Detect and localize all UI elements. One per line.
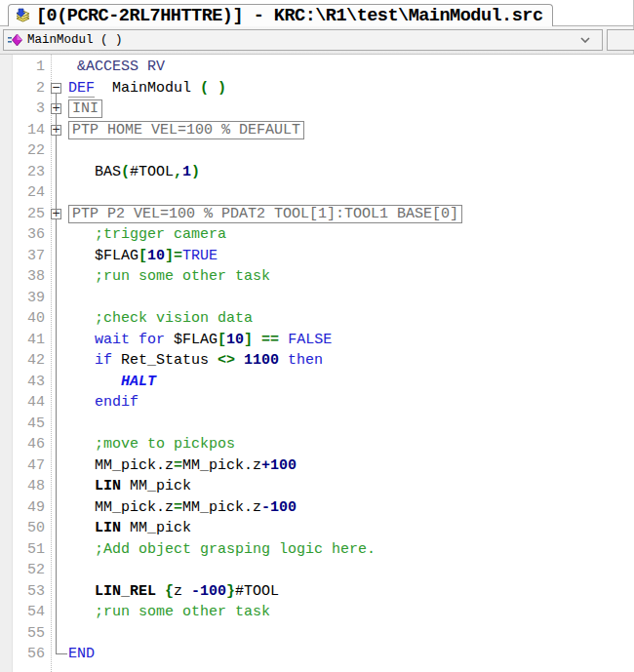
fold-margin-cell [50, 539, 68, 561]
code-line[interactable]: 22 [0, 140, 634, 162]
line-number: 22 [14, 140, 45, 162]
fold-margin-cell [50, 434, 68, 455]
code-text [68, 288, 634, 309]
line-number: 25 [14, 204, 45, 225]
code-line[interactable]: 51 ;Add object grasping logic here. [0, 539, 634, 561]
fold-margin-cell [50, 308, 68, 330]
code-text: MM_pick.z=MM_pick.z-100 [68, 497, 634, 519]
code-text [68, 414, 634, 435]
code-line[interactable]: 49 MM_pick.z=MM_pick.z-100 [0, 497, 634, 519]
line-number: 3 [14, 99, 45, 120]
code-text [68, 182, 634, 204]
code-line[interactable]: 54 ;run some other task [0, 602, 634, 623]
collapsed-fold-text[interactable]: PTP HOME VEL=100 % DEFAULT [68, 121, 304, 139]
code-line[interactable]: 43 HALT [0, 372, 634, 393]
fold-expand-icon[interactable]: + [51, 209, 61, 219]
fold-margin-cell [50, 455, 68, 477]
tab-strip: [0(PCRC-2RL7HHTTRE)] - KRC:\R1\test\Main… [0, 0, 634, 26]
code-text: HALT [68, 372, 634, 393]
procedure-dropdown[interactable]: MainModul ( ) [3, 29, 603, 51]
line-number: 23 [14, 162, 45, 183]
fold-margin-cell [50, 602, 68, 623]
file-tab[interactable]: [0(PCRC-2RL7HHTTRE)] - KRC:\R1\test\Main… [8, 4, 553, 26]
method-icon [8, 33, 22, 47]
code-line[interactable]: 45 [0, 414, 634, 435]
collapsed-fold-text[interactable]: PTP P2 VEL=100 % PDAT2 TOOL[1]:TOOL1 BAS… [68, 205, 462, 223]
line-number: 56 [14, 644, 45, 665]
code-text: ;Add object grasping logic here. [68, 539, 634, 561]
chevron-down-icon[interactable] [580, 37, 590, 43]
line-number: 39 [14, 288, 45, 309]
code-text: PTP HOME VEL=100 % DEFAULT [68, 120, 634, 141]
code-line[interactable]: 37 $FLAG[10]=TRUE [0, 246, 634, 267]
code-text: ;check vision data [68, 308, 634, 330]
fold-expand-icon[interactable]: + [51, 125, 61, 136]
code-line[interactable]: 23 BAS(#TOOL,1) [0, 162, 634, 183]
code-line[interactable]: 40 ;check vision data [0, 308, 634, 330]
code-text [68, 623, 634, 645]
code-text: DEF MainModul ( ) [68, 78, 634, 99]
code-text: &ACCESS RV [68, 57, 634, 78]
line-number: 40 [14, 308, 45, 330]
line-number: 46 [14, 434, 45, 455]
line-number: 1 [14, 57, 45, 78]
line-number: 2 [14, 78, 45, 99]
fold-margin-cell: − [50, 78, 68, 99]
line-number: 49 [14, 497, 45, 519]
code-line[interactable]: 53 LIN_REL {z -100}#TOOL [0, 581, 634, 603]
line-number: 44 [14, 392, 45, 414]
code-line[interactable]: 52 [0, 560, 634, 581]
code-text: END [68, 644, 634, 665]
code-lines: 1 &ACCESS RV2−DEF MainModul ( )3+INI14+P… [0, 55, 634, 665]
code-text: INI [68, 99, 634, 120]
line-number: 53 [14, 581, 45, 603]
editor-window: [0(PCRC-2RL7HHTTRE)] - KRC:\R1\test\Main… [0, 0, 634, 672]
line-number: 45 [14, 414, 45, 435]
code-line[interactable]: 24 [0, 182, 634, 204]
fold-margin-cell: + [50, 99, 68, 120]
code-line[interactable]: 44 endif [0, 392, 634, 414]
code-line[interactable]: 25+PTP P2 VEL=100 % PDAT2 TOOL[1]:TOOL1 … [0, 204, 634, 225]
code-line[interactable]: 38 ;run some other task [0, 266, 634, 288]
fold-margin-cell [50, 372, 68, 393]
secondary-dropdown[interactable] [607, 29, 634, 51]
line-number: 50 [14, 518, 45, 539]
line-number: 24 [14, 182, 45, 204]
line-number: 54 [14, 602, 45, 623]
src-file-icon [15, 8, 31, 24]
code-text: if Ret_Status <> 1100 then [68, 350, 634, 372]
line-number: 51 [14, 539, 45, 561]
fold-margin-cell [50, 182, 68, 204]
code-text: wait for $FLAG[10] == FALSE [68, 330, 634, 351]
code-line[interactable]: 36 ;trigger camera [0, 224, 634, 246]
fold-margin-cell [50, 497, 68, 519]
code-line[interactable]: 46 ;move to pickpos [0, 434, 634, 455]
code-line[interactable]: 48 LIN MM_pick [0, 476, 634, 497]
code-text: LIN MM_pick [68, 518, 634, 539]
code-text: MM_pick.z=MM_pick.z+100 [68, 455, 634, 477]
code-line[interactable]: 50 LIN MM_pick [0, 518, 634, 539]
code-line[interactable]: 2−DEF MainModul ( ) [0, 78, 634, 99]
code-editor[interactable]: 1 &ACCESS RV2−DEF MainModul ( )3+INI14+P… [0, 55, 634, 672]
code-text: ;move to pickpos [68, 434, 634, 455]
fold-expand-icon[interactable]: + [51, 103, 61, 114]
code-line[interactable]: 42 if Ret_Status <> 1100 then [0, 350, 634, 372]
code-line[interactable]: 3+INI [0, 99, 634, 120]
code-line[interactable]: 47 MM_pick.z=MM_pick.z+100 [0, 455, 634, 477]
code-line[interactable]: 1 &ACCESS RV [0, 57, 634, 78]
fold-margin-cell: + [50, 120, 68, 141]
code-text: ;trigger camera [68, 224, 634, 246]
code-line[interactable]: 14+PTP HOME VEL=100 % DEFAULT [0, 120, 634, 141]
line-number: 55 [14, 623, 45, 645]
code-line[interactable]: 39 [0, 288, 634, 309]
code-text: $FLAG[10]=TRUE [68, 246, 634, 267]
code-line[interactable]: 41 wait for $FLAG[10] == FALSE [0, 330, 634, 351]
collapsed-fold-text[interactable]: INI [68, 99, 102, 118]
code-text [68, 560, 634, 581]
code-line[interactable]: 56END [0, 644, 634, 665]
fold-collapse-icon[interactable]: − [51, 83, 61, 94]
line-number: 36 [14, 224, 45, 246]
line-number: 48 [14, 476, 45, 497]
fold-margin-cell [50, 288, 68, 309]
code-line[interactable]: 55 [0, 623, 634, 645]
